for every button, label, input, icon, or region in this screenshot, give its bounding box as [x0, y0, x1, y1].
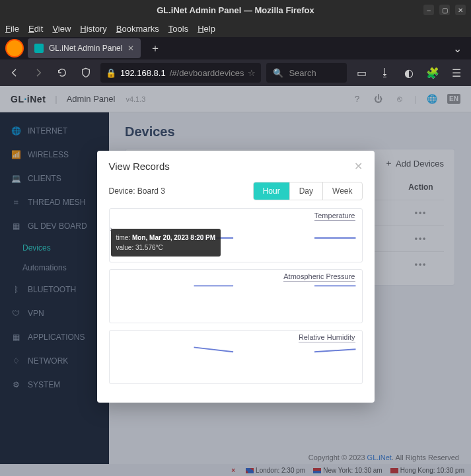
modal-close-button[interactable]: ✕: [354, 160, 363, 173]
downloads-icon[interactable]: ⭳: [376, 63, 394, 82]
tooltip-time-value: Mon, Mar 20, 2023 8:20 PM: [132, 234, 215, 241]
search-icon: 🔍: [273, 68, 283, 78]
browser-tabbar: GL.iNet Admin Panel ✕ ＋ ⌄: [0, 37, 471, 60]
tab-favicon: [34, 44, 44, 53]
menu-view[interactable]: View: [52, 24, 71, 34]
nav-reload-button[interactable]: [53, 63, 71, 82]
view-records-modal: View Records ✕ Device: Board 3 Hour Day …: [97, 151, 375, 403]
chart-title: Atmospheric Pressure: [283, 272, 355, 282]
os-titlebar: GL.iNet Admin Panel — Mozilla Firefox – …: [0, 0, 471, 20]
menu-file[interactable]: File: [5, 24, 19, 34]
chart-tooltip: time: Mon, Mar 20, 2023 8:20 PM value: 3…: [111, 229, 221, 257]
segment-day[interactable]: Day: [289, 182, 322, 200]
firefox-icon[interactable]: [5, 39, 24, 58]
modal-header: View Records ✕: [109, 160, 363, 173]
device-label: Device: Board 3: [109, 186, 165, 196]
search-placeholder: Search: [289, 68, 316, 78]
navbar-right: ▭ ⭳ ◐ 🧩 ☰: [352, 63, 466, 82]
url-bar[interactable]: 🔒 192.168.8.1/#/devboarddevices ☆: [100, 63, 261, 83]
menu-history[interactable]: History: [80, 24, 106, 34]
window-minimize-button[interactable]: –: [423, 5, 434, 15]
hamburger-icon[interactable]: ☰: [447, 63, 466, 82]
modal-title: View Records: [109, 161, 170, 172]
tooltip-time-label: time:: [116, 234, 132, 241]
segment-hour[interactable]: Hour: [254, 182, 289, 200]
url-host: 192.168.8.1: [120, 68, 166, 78]
browser-tab[interactable]: GL.iNet Admin Panel ✕: [28, 38, 141, 58]
window-controls: – ▢ ✕: [423, 5, 466, 15]
tab-close-button[interactable]: ✕: [127, 44, 134, 53]
chart-atmospheric-pressure: Atmospheric Pressure: [109, 269, 363, 323]
search-bar[interactable]: 🔍 Search: [266, 63, 347, 83]
menu-tools[interactable]: Tools: [168, 24, 188, 34]
chart-temperature: Temperature › time: Mon, Mar 20, 2023 8:…: [109, 208, 363, 262]
tooltip-value-value: 31.576°C: [135, 244, 163, 251]
time-range-segment: Hour Day Week: [253, 182, 363, 200]
tooltip-value-label: value:: [116, 244, 135, 251]
window-title: GL.iNet Admin Panel — Mozilla Firefox: [157, 5, 314, 15]
window-close-button[interactable]: ✕: [455, 5, 466, 15]
menu-bookmarks[interactable]: Bookmarks: [116, 24, 159, 34]
account-icon[interactable]: ◐: [400, 63, 418, 82]
shield-icon[interactable]: [77, 63, 95, 82]
device-name: Board 3: [137, 186, 165, 196]
page-content: GL·iNet | Admin Panel v4.1.3 ? ⏻ ⎋ | 🌐 E…: [0, 86, 471, 476]
chart-title: Temperature: [314, 212, 355, 221]
browser-menubar: File Edit View History Bookmarks Tools H…: [0, 20, 471, 37]
device-label-text: Device:: [109, 186, 137, 196]
bookmark-star-icon[interactable]: ☆: [248, 68, 256, 78]
chart-line: [194, 347, 233, 352]
chart-title: Relative Humidity: [299, 333, 355, 342]
extensions-icon[interactable]: 🧩: [423, 63, 442, 82]
modal-subheader: Device: Board 3 Hour Day Week: [109, 182, 363, 200]
segment-week[interactable]: Week: [322, 182, 361, 200]
browser-navbar: 🔒 192.168.8.1/#/devboarddevices ☆ 🔍 Sear…: [0, 60, 471, 86]
chart-line: [314, 349, 355, 352]
lock-icon: 🔒: [106, 68, 116, 78]
tabs-overflow-button[interactable]: ⌄: [447, 42, 468, 55]
chart-relative-humidity: Relative Humidity: [109, 330, 363, 384]
menu-edit[interactable]: Edit: [28, 24, 43, 34]
window-maximize-button[interactable]: ▢: [439, 5, 450, 15]
nav-back-button[interactable]: [5, 63, 24, 82]
reader-icon[interactable]: ▭: [352, 63, 371, 82]
url-path: /#/devboarddevices: [170, 68, 244, 78]
nav-forward-button[interactable]: [29, 63, 48, 82]
new-tab-button[interactable]: ＋: [145, 42, 166, 56]
tab-title: GL.iNet Admin Panel: [49, 44, 122, 53]
menu-help[interactable]: Help: [198, 24, 215, 34]
